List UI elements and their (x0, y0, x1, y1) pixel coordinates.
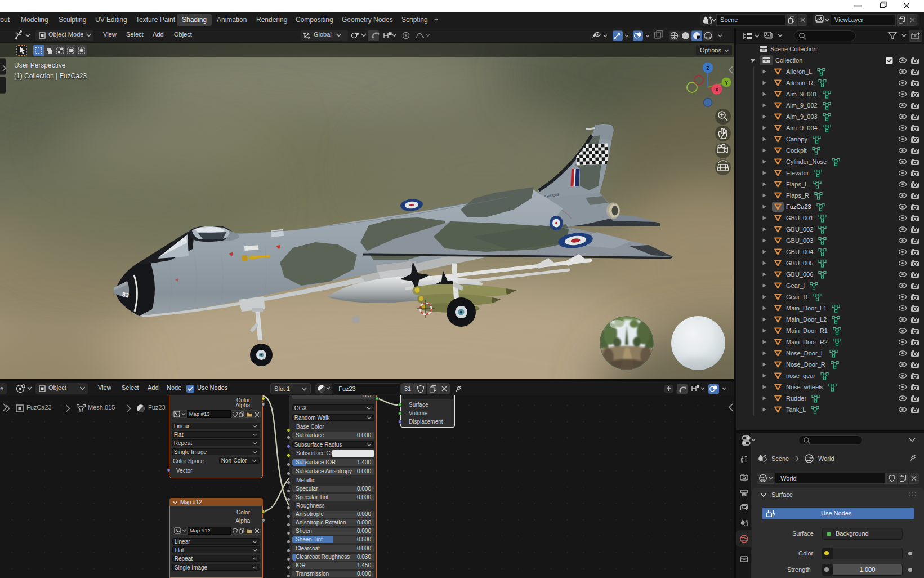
svg-text:83: 83 (122, 291, 130, 299)
svg-text:Z: Z (706, 65, 709, 71)
svg-text:Y: Y (725, 80, 728, 86)
svg-text:X: X (715, 87, 718, 92)
